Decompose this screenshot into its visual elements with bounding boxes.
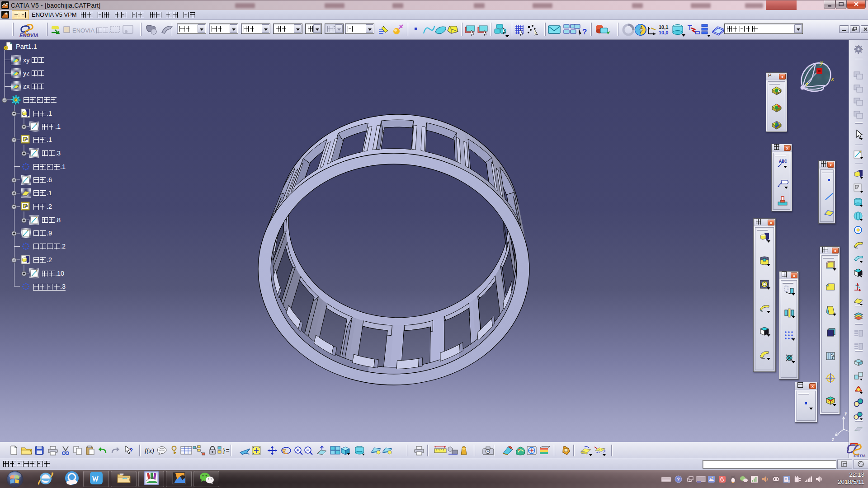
svg-text:y: y [819, 60, 823, 66]
svg-text:}=: }= [222, 447, 230, 455]
svg-text:CATIA: CATIA [854, 454, 866, 458]
svg-text:z: z [831, 436, 834, 442]
svg-text:X: X [785, 478, 787, 481]
svg-text:?: ? [677, 477, 680, 482]
svg-text:ABC: ABC [779, 159, 787, 164]
svg-text:z: z [805, 80, 808, 88]
svg-text:f(x): f(x) [145, 447, 154, 455]
svg-text:?: ? [129, 447, 133, 454]
svg-text:x: x [830, 75, 834, 82]
svg-text:y: y [844, 409, 847, 416]
